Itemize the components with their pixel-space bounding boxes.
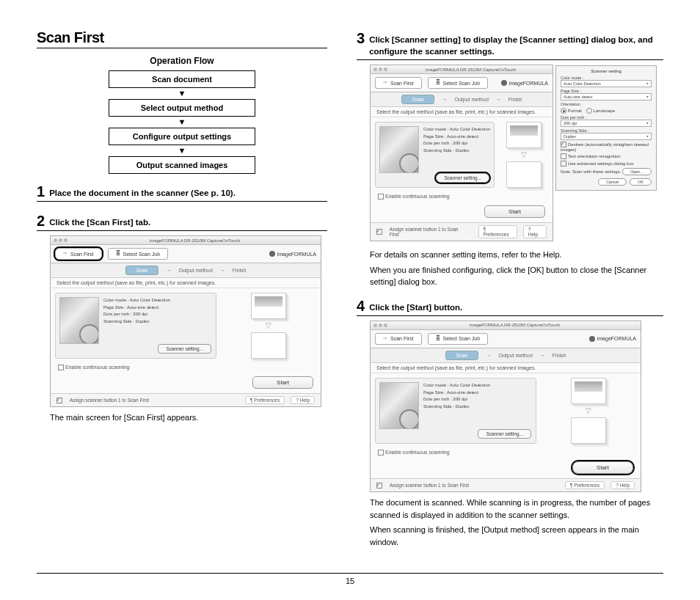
tab-scan-first[interactable]: ☞Scan First (375, 333, 422, 345)
paper-stack-icon (506, 122, 542, 148)
two-column-layout: Scan First Operation Flow Scan document … (37, 29, 663, 557)
start-button[interactable]: Start (572, 461, 633, 474)
brand-dot-icon (269, 251, 275, 257)
assign-checkbox[interactable] (56, 398, 62, 403)
manual-page: Scan First Operation Flow Scan document … (0, 0, 700, 600)
scanner-setting-button[interactable]: Scanner setting... (478, 429, 531, 439)
section-title: Scan First (37, 29, 327, 48)
tab-scan-first[interactable]: ☞ Scan First (375, 77, 422, 89)
step-4: 4 Click the [Start] button. imageFORMULA… (357, 300, 663, 551)
help-button[interactable]: ? Help (523, 225, 547, 238)
scanner-setting-button[interactable]: Scanner setting... (436, 173, 489, 183)
scan-stage-button[interactable]: Scan (445, 351, 479, 360)
preferences-button[interactable]: ¶ Preferences (478, 225, 517, 238)
flow-step-1: Scan document (109, 70, 255, 88)
window-titlebar: imageFORMULA DR-2510M CaptureOnTouch (51, 236, 321, 245)
continuous-scan-checkbox[interactable]: Enable continuous scanning (51, 363, 321, 373)
right-column: 3 Click [Scanner setting] to display the… (357, 29, 663, 557)
scanner-setting-button[interactable]: Scanner setting... (158, 344, 211, 354)
paper-stack-icon (251, 293, 286, 319)
flow-step-4: Output scanned images (109, 156, 255, 174)
orientation-radios[interactable]: Portrait Landscape (561, 108, 652, 114)
scanning-side-select[interactable]: Duplex (561, 133, 652, 140)
tab-select-scan-job[interactable]: ≣ Select Scan Job (428, 77, 489, 89)
operation-flow: Scan document ▼ Select output method ▼ C… (37, 70, 327, 174)
continuous-scan-checkbox[interactable]: Enable continuous scanning (371, 192, 553, 202)
step-3: 3 Click [Scanner setting] to display the… (357, 32, 663, 291)
flow-step-2: Select output method (109, 99, 255, 117)
tab-scan-first[interactable]: ☞ Scan First (55, 248, 102, 260)
window-titlebar: imageFORMULA DR-2510M CaptureOnTouch (371, 65, 553, 74)
dpi-select[interactable]: 200 dpi (561, 120, 652, 127)
flow-arrow-icon: ▼ (178, 118, 186, 126)
help-button[interactable]: ? Help (291, 396, 315, 404)
step-number: 4 (357, 299, 365, 313)
tab-select-scan-job[interactable]: ≣Select Scan Job (428, 333, 489, 345)
start-button[interactable]: Start (484, 205, 545, 218)
list-icon: ≣ (116, 251, 120, 257)
brand-label: imageFORMULA (269, 251, 316, 257)
preview-thumbnail (59, 297, 99, 344)
flow-arrow-icon: ▼ (178, 89, 186, 98)
preferences-button[interactable]: ¶ Preferences (565, 481, 605, 489)
scanner-setting-screenshot: imageFORMULA DR-2510M CaptureOnTouch ☞ S… (370, 65, 553, 241)
assign-label: Assign scanner button 1 to Scan First (70, 398, 149, 403)
preview-thumbnail (379, 126, 419, 173)
output-stage-label: Output method (178, 268, 212, 273)
preview-thumbnail (379, 382, 419, 429)
scanner-settings-panel: Color mode : Auto Color Detection Page S… (55, 293, 216, 359)
tab-select-scan-job[interactable]: ≣ Select Scan Job (108, 248, 169, 260)
step-2: 2 Click the [Scan First] tab. imageFORMU… (37, 215, 327, 427)
finish-stage-label: Finish (233, 268, 247, 273)
start-button[interactable]: Start (252, 376, 313, 389)
step-number: 2 (37, 213, 45, 228)
paper-stack-icon (571, 417, 606, 444)
window-title: imageFORMULA DR-2510M CaptureOnTouch (72, 238, 318, 243)
scan-stage-button[interactable]: Scan (401, 95, 435, 104)
hand-icon: ☞ (63, 251, 68, 257)
scanner-setting-dialog: Scanner setting Color mode :Auto Color D… (555, 65, 657, 191)
step-instruction: Click [Scanner setting] to display the [… (369, 32, 663, 57)
scan-stage-button[interactable]: Scan (125, 266, 159, 275)
workflow-bar: Scan → Output method → Finish (51, 263, 321, 278)
paper-stack-icon (571, 378, 606, 404)
hand-icon: ☞ (383, 80, 387, 86)
tab-bar: ☞ Scan First ≣ Select Scan Job imageFORM… (51, 245, 321, 263)
list-icon: ≣ (436, 80, 440, 86)
window-footer: Assign scanner button 1 to Scan First ¶ … (51, 393, 321, 406)
down-arrow-icon: ▽ (266, 322, 271, 329)
paper-stack-icon (506, 161, 542, 188)
ok-button[interactable]: OK (630, 178, 652, 186)
paper-stack-icon (251, 332, 286, 359)
step-number: 1 (37, 184, 45, 199)
flow-arrow-icon: ▼ (178, 147, 186, 155)
page-size-select[interactable]: Auto-size detect (561, 93, 652, 100)
instruction-caption: Select the output method (save as file, … (51, 278, 321, 288)
dialog-title: Scanner setting (561, 69, 652, 73)
color-mode-select[interactable]: Auto Color Detection (561, 80, 652, 87)
page-number: 15 (346, 577, 354, 585)
step-instruction: Click the [Scan First] tab. (49, 215, 150, 228)
output-preview: ▽ (221, 293, 316, 359)
page-footer: 15 (37, 573, 663, 585)
left-column: Scan First Operation Flow Scan document … (37, 29, 327, 557)
step-1: 1 Place the document in the scanner (See… (37, 186, 327, 206)
operation-flow-title: Operation Flow (37, 56, 327, 66)
cancel-button[interactable]: Cancel (598, 178, 627, 186)
scan-first-screenshot: imageFORMULA DR-2510M CaptureOnTouch ☞ S… (50, 235, 321, 407)
step-note: For details on scanner setting items, re… (370, 249, 663, 288)
step-note: The document is scanned. While scanning … (370, 497, 663, 548)
step-instruction: Click the [Start] button. (369, 300, 462, 313)
window-title: imageFORMULA DR-2510M CaptureOnTouch (392, 67, 550, 72)
continuous-scan-checkbox[interactable]: Enable continuous scanning (371, 448, 641, 458)
open-button[interactable]: Open... (622, 168, 652, 175)
preferences-button[interactable]: ¶ Preferences (245, 396, 285, 404)
start-button-screenshot: imageFORMULA DR-2510M CaptureOnTouch ☞Sc… (370, 321, 641, 492)
flow-step-3: Configure output settings (109, 128, 255, 145)
step-instruction: Place the document in the scanner (See p… (49, 186, 236, 199)
help-button[interactable]: ? Help (610, 481, 635, 489)
step-note: The main screen for [Scan First] appears… (50, 411, 327, 424)
step-number: 3 (357, 31, 365, 45)
